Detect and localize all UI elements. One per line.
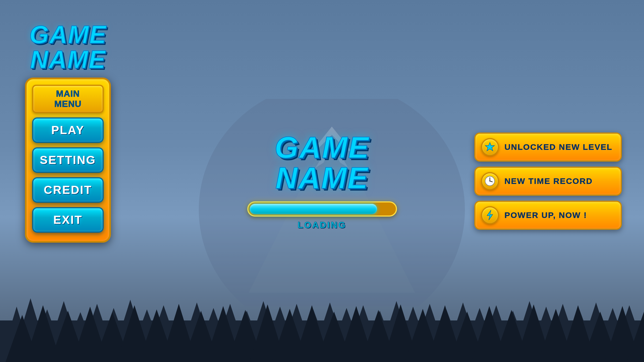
game-title-left-line2: NAME	[29, 47, 106, 72]
unlocked-level-button[interactable]: UNLOCKED NEW LEVEL	[474, 132, 622, 161]
center-panel: GAME NAME LOADING	[247, 132, 397, 230]
setting-button[interactable]: SETTING	[32, 147, 104, 173]
unlocked-level-label: UNLOCKED NEW LEVEL	[505, 142, 612, 152]
bolt-icon	[481, 206, 499, 224]
game-title-center: GAME NAME	[275, 132, 370, 193]
game-title-left-line1: GAME	[29, 22, 106, 47]
left-panel: GAME NAME MAIN MENU PLAY SETTING CREDIT …	[25, 22, 111, 243]
loading-text: LOADING	[298, 220, 347, 230]
power-up-button[interactable]: POWER UP, NOW !	[474, 201, 622, 230]
game-title-center-line1: GAME	[275, 132, 370, 163]
game-title-left: GAME NAME	[29, 22, 106, 72]
credit-button[interactable]: CREDIT	[32, 177, 104, 203]
time-record-button[interactable]: NEW TIME RECORD	[474, 166, 622, 196]
menu-title: MAIN MENU	[32, 85, 104, 113]
svg-marker-75	[487, 210, 493, 220]
star-icon	[481, 138, 499, 156]
menu-panel: MAIN MENU PLAY SETTING CREDIT EXIT	[25, 78, 111, 243]
clock-icon	[481, 172, 499, 190]
exit-button[interactable]: EXIT	[32, 207, 104, 233]
svg-point-74	[489, 181, 490, 182]
power-up-label: POWER UP, NOW !	[505, 210, 587, 220]
loading-bar-inner	[250, 204, 377, 214]
loading-bar-outer	[247, 201, 397, 217]
play-button[interactable]: PLAY	[32, 117, 104, 143]
right-panel: UNLOCKED NEW LEVEL NEW TIME RECORD POWER…	[474, 132, 622, 230]
loading-container: LOADING	[247, 201, 397, 230]
game-title-center-line2: NAME	[275, 163, 370, 193]
svg-marker-70	[485, 143, 495, 151]
time-record-label: NEW TIME RECORD	[505, 176, 593, 186]
forest-background	[0, 265, 644, 362]
